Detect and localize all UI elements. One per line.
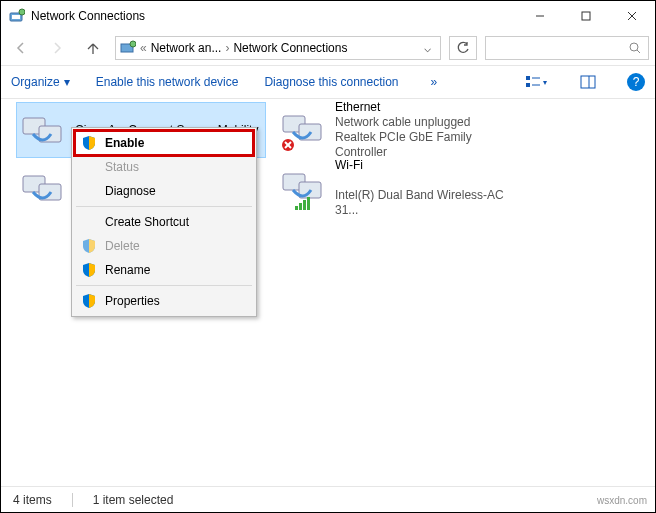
diagnose-connection-button[interactable]: Diagnose this connection (264, 75, 398, 89)
adapter-driver: Intel(R) Dual Band Wireless-AC 31... (335, 188, 521, 218)
svg-rect-29 (299, 203, 302, 210)
app-icon (9, 8, 25, 24)
adapter-name: Wi-Fi (335, 158, 521, 173)
svg-point-2 (19, 9, 25, 15)
close-button[interactable] (609, 1, 655, 30)
maximize-button[interactable] (563, 1, 609, 30)
svg-point-9 (630, 43, 638, 51)
svg-rect-4 (582, 12, 590, 20)
menu-create-shortcut[interactable]: Create Shortcut (75, 210, 253, 234)
breadcrumb-sep: › (225, 41, 229, 55)
item-count: 4 items (13, 493, 52, 507)
context-menu: Enable Status Diagnose Create Shortcut D… (71, 127, 257, 317)
adapter-item-ethernet[interactable]: Ethernet Network cable unplugged Realtek… (277, 103, 525, 157)
search-icon (628, 41, 642, 55)
status-divider (72, 493, 73, 507)
up-button[interactable] (79, 34, 107, 62)
svg-line-10 (637, 50, 640, 53)
help-button[interactable]: ? (627, 73, 645, 91)
adapter-status: Network cable unplugged (335, 115, 521, 130)
breadcrumb-sep: « (140, 41, 147, 55)
breadcrumb-seg2[interactable]: Network Connections (233, 41, 347, 55)
address-bar: « Network an... › Network Connections ⌵ (1, 31, 655, 65)
refresh-button[interactable] (449, 36, 477, 60)
svg-point-8 (130, 41, 136, 47)
menu-rename[interactable]: Rename (75, 258, 253, 282)
svg-rect-11 (526, 76, 530, 80)
breadcrumb[interactable]: « Network an... › Network Connections ⌵ (115, 36, 441, 60)
svg-rect-28 (295, 206, 298, 210)
menu-properties[interactable]: Properties (75, 289, 253, 313)
shield-icon (81, 135, 97, 151)
details-pane-button[interactable] (575, 74, 601, 90)
window-title: Network Connections (31, 9, 517, 23)
titlebar: Network Connections (1, 1, 655, 31)
forward-button[interactable] (43, 34, 71, 62)
svg-rect-15 (581, 76, 595, 88)
status-bar: 4 items 1 item selected (1, 486, 655, 512)
control-panel-icon (120, 40, 136, 56)
shield-icon (81, 262, 97, 278)
svg-rect-12 (526, 83, 530, 87)
organize-menu[interactable]: Organize ▾ (11, 75, 70, 89)
search-box[interactable] (485, 36, 649, 60)
shield-icon (81, 293, 97, 309)
network-adapter-icon (281, 170, 325, 206)
back-button[interactable] (7, 34, 35, 62)
chevron-down-icon: ▾ (64, 75, 70, 89)
adapter-name: Ethernet (335, 100, 521, 115)
selection-count: 1 item selected (93, 493, 174, 507)
network-adapter-icon (281, 112, 325, 148)
breadcrumb-seg1[interactable]: Network an... (151, 41, 222, 55)
command-bar: Organize ▾ Enable this network device Di… (1, 65, 655, 99)
shield-icon (81, 238, 97, 254)
menu-separator (76, 206, 252, 207)
svg-rect-30 (303, 200, 306, 210)
network-adapter-icon (21, 112, 65, 148)
menu-diagnose[interactable]: Diagnose (75, 179, 253, 203)
menu-enable[interactable]: Enable (75, 131, 253, 155)
breadcrumb-dropdown[interactable]: ⌵ (418, 41, 436, 55)
adapter-driver: Realtek PCIe GbE Family Controller (335, 130, 521, 160)
minimize-button[interactable] (517, 1, 563, 30)
network-adapter-icon (21, 170, 65, 206)
view-mode-button[interactable]: ▾ (523, 74, 549, 90)
svg-rect-31 (307, 197, 310, 210)
enable-device-button[interactable]: Enable this network device (96, 75, 239, 89)
adapter-item-wifi[interactable]: Wi-Fi Intel(R) Dual Band Wireless-AC 31.… (277, 161, 525, 215)
watermark: wsxdn.com (597, 495, 647, 506)
menu-status: Status (75, 155, 253, 179)
menu-delete: Delete (75, 234, 253, 258)
menu-separator (76, 285, 252, 286)
overflow-button[interactable]: » (431, 75, 438, 89)
svg-rect-1 (12, 15, 20, 19)
